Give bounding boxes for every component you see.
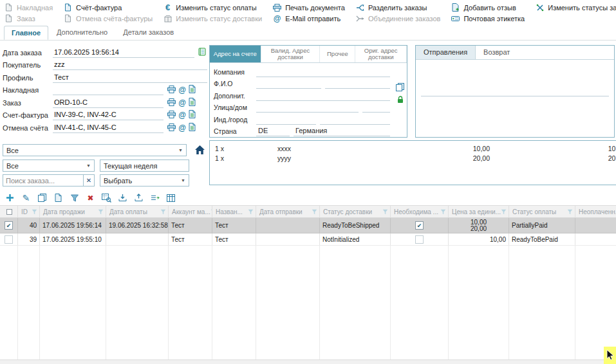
toolbar-button-statusy-zakazov[interactable]: Изменить статусы заказов [535,2,616,13]
notebook-icon[interactable] [198,48,206,57]
document-view-icon[interactable] [189,123,196,132]
toolbar-button-status-dostavki[interactable]: Изменить статус доставки [163,13,262,24]
lock-icon[interactable] [397,96,404,105]
invoice-field[interactable]: INV-39-C, INV-42-C [53,111,163,120]
filter-icon[interactable] [248,209,254,215]
table-row[interactable]: ✔ 40 17.06.2025 19:56:14 19.06.2025 16:3… [0,218,616,233]
col-sale-date[interactable]: Дата продажи [40,206,106,217]
tab-detali-zakazov[interactable]: Детали заказов [116,26,181,40]
tab-other[interactable]: Прочее [320,46,355,62]
customer-field[interactable]: zzz [53,60,207,70]
cell-select[interactable] [0,233,18,246]
print-icon[interactable] [167,86,176,95]
checkbox-unchecked-icon[interactable] [5,235,13,244]
filter-icon[interactable] [32,209,37,215]
checkbox-checked-icon[interactable]: ✔ [415,221,424,230]
additional-field[interactable] [256,91,390,101]
search-grid-button[interactable] [100,192,113,205]
filter-icon[interactable] [501,209,507,215]
horizontal-scrollbar[interactable] [0,359,616,364]
toolbar-button-otmena-scheta[interactable]: Отмена счёта-фактуры [63,13,153,24]
copy-address-icon[interactable] [396,83,404,93]
filter-icon[interactable] [567,209,573,215]
tab-glavnoe[interactable]: Главное [4,26,48,40]
col-name[interactable]: Назван... [212,206,256,217]
col-payment-status[interactable]: Статус оплаты [509,206,575,217]
invoice-cancel-field[interactable]: INV-41-C, INV-45-C [53,123,163,133]
col-ship-date[interactable]: Дата отправки [256,206,320,217]
filter-button[interactable] [68,192,81,205]
street-field[interactable] [256,103,359,113]
document-view-icon[interactable] [189,98,196,107]
cell-required[interactable]: ✔ [391,218,449,233]
add-row-button[interactable] [3,192,17,205]
order-date-field[interactable]: 17.06.2025 19:56:14 [53,48,194,58]
checkbox-checked-icon[interactable]: ✔ [5,221,13,230]
profile-field[interactable]: Тест [53,73,207,83]
company-field[interactable] [256,68,390,77]
import-button[interactable] [116,192,129,205]
document-view-icon[interactable] [189,85,196,95]
house-field[interactable] [362,103,390,113]
col-delivery-status[interactable]: Статус доставки [320,206,391,217]
search-input[interactable] [3,175,83,186]
col-account[interactable]: Аккаунт ма... [169,206,212,217]
filter-icon[interactable] [160,209,166,215]
tab-original-shipping-address[interactable]: Ориг. адрес доставки [355,46,407,62]
country-code-field[interactable]: DE [256,127,290,136]
col-select[interactable] [0,206,18,217]
email-icon[interactable]: @ [178,86,186,95]
print-icon[interactable] [167,98,176,107]
toolbar-button-nakladnaya[interactable]: Накладная [4,2,53,13]
filter-icon[interactable] [440,209,446,215]
checkbox-unchecked-icon[interactable] [415,235,424,244]
toolbar-button-schet-faktura[interactable]: Счёт-фактура [63,2,153,13]
col-required[interactable]: Необходима ... [391,206,449,217]
export-list-button[interactable] [148,192,162,205]
tab-valid-shipping-address[interactable]: Валид. Адрес доставки [261,46,321,62]
tab-billing-address[interactable]: Адрес на счете [210,46,261,62]
toolbar-button-zakaz[interactable]: Заказ [4,13,53,24]
home-button[interactable] [192,143,207,157]
select-combo[interactable]: Выбрать ▼ [100,174,189,187]
toolbar-button-email[interactable]: @ E-Mail отправить [272,13,345,24]
column-chooser-button[interactable] [164,192,178,205]
toolbar-button-etiketka[interactable]: Почтовая этикетка [451,13,525,24]
col-unpaid[interactable]: Неоплаченн... [575,206,616,217]
tab-dopolnitelno[interactable]: Дополнительно [50,26,115,40]
list-item[interactable]: 1 x yyyy 20,00 20,00 [210,154,616,164]
col-id[interactable]: ID [18,206,40,217]
type-filter-combo[interactable]: Все ▼ [3,159,95,172]
filter-icon[interactable] [312,209,317,215]
edit-row-button[interactable]: ✎ [19,192,33,205]
table-row[interactable]: 39 17.06.2025 19:55:10 Тест Тест NotInit… [0,233,616,246]
country-name-field[interactable]: Германия [294,127,390,136]
clear-search-icon[interactable]: ✕ [83,175,94,186]
first-name-field[interactable] [256,79,321,89]
paste-row-button[interactable] [51,192,65,205]
delete-row-button[interactable]: ✖ [84,192,97,205]
list-item[interactable]: 1 x xxxx 10,00 10,00 [210,145,616,154]
status-filter-combo[interactable]: Все ▼ [3,144,187,156]
tab-shipments[interactable]: Отправления [416,46,476,59]
filter-icon[interactable] [98,209,104,215]
col-payment-date[interactable]: Дата оплаты [106,206,169,217]
email-icon[interactable]: @ [178,123,186,132]
zip-field[interactable] [256,115,316,125]
email-icon[interactable]: @ [178,111,186,120]
cell-select[interactable]: ✔ [0,218,18,233]
tab-returns[interactable]: Возврат [476,46,518,59]
order-number-field[interactable]: ORD-10-C [53,98,163,108]
period-field[interactable]: Текущая неделя [100,159,189,172]
filter-icon[interactable] [382,209,388,215]
toolbar-button-otzyv[interactable]: Добавить отзыв [451,2,525,13]
last-name-field[interactable] [325,79,390,89]
cell-required[interactable] [391,233,449,246]
toolbar-button-razdelit[interactable]: Разделить заказы [355,2,440,13]
city-field[interactable] [320,115,390,125]
export-button[interactable] [132,192,145,205]
print-icon[interactable] [167,123,176,132]
delivery-note-field[interactable] [53,86,163,95]
toolbar-button-pechat[interactable]: Печать документа [272,2,345,13]
toolbar-button-status-oplaty[interactable]: € Изменить статус оплаты [163,2,262,13]
